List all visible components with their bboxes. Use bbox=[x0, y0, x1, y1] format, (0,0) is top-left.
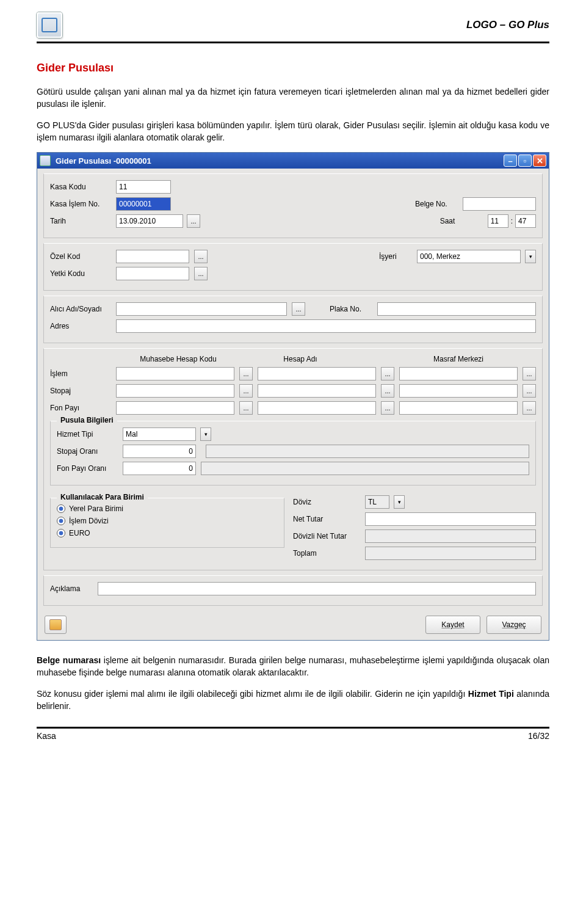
para3-bold: Belge numarası bbox=[37, 655, 101, 665]
input-fon-payi-orani[interactable] bbox=[123, 462, 196, 475]
footer-left: Kasa bbox=[37, 731, 56, 741]
logo-icon bbox=[37, 12, 62, 38]
islem-muh-lookup[interactable]: ... bbox=[239, 367, 253, 380]
input-alici[interactable] bbox=[116, 302, 287, 316]
save-button[interactable]: Kaydet bbox=[425, 616, 480, 634]
alici-lookup-button[interactable]: ... bbox=[292, 302, 305, 316]
ozel-kod-lookup-button[interactable]: ... bbox=[194, 250, 208, 263]
label-islem: İşlem bbox=[50, 369, 111, 378]
isyeri-dropdown-button[interactable]: ▾ bbox=[525, 250, 536, 263]
maximize-button[interactable]: ▫ bbox=[518, 155, 532, 167]
group-pusula-bilgileri: Pusula Bilgileri Hizmet Tipi ▾ Stopaj Or… bbox=[50, 421, 536, 486]
input-belge-no[interactable] bbox=[463, 197, 536, 211]
label-yetki-kodu: Yetki Kodu bbox=[50, 269, 111, 278]
stopaj-masraf-lookup[interactable]: ... bbox=[523, 384, 536, 398]
panel-codes: Özel Kod ... İşyeri ▾ Yetki Kodu ... bbox=[43, 243, 543, 291]
input-isyeri[interactable] bbox=[417, 250, 521, 263]
legend-currency: Kullanılacak Para Birimi bbox=[57, 493, 148, 501]
label-belge-no: Belge No. bbox=[415, 200, 458, 208]
close-button[interactable]: ✕ bbox=[533, 155, 546, 167]
radio-euro[interactable]: EURO bbox=[57, 529, 278, 537]
input-fonpayi-masraf[interactable] bbox=[399, 401, 518, 415]
para4-a: Söz konusu gider işlemi mal alımı ile il… bbox=[37, 689, 468, 699]
islem-masraf-lookup[interactable]: ... bbox=[523, 367, 536, 380]
legend-pusula: Pusula Bilgileri bbox=[57, 416, 117, 424]
input-tarih[interactable] bbox=[116, 214, 183, 228]
radio-icon bbox=[57, 504, 65, 513]
label-kasa-islem-no: Kasa İşlem No. bbox=[50, 200, 111, 208]
group-currency: Kullanılacak Para Birimi Yerel Para Biri… bbox=[50, 498, 284, 548]
label-adres: Adres bbox=[50, 322, 111, 330]
doviz-dropdown[interactable]: ▾ bbox=[394, 495, 405, 509]
paragraph-4: Söz konusu gider işlemi mal alımı ile il… bbox=[37, 688, 549, 713]
date-picker-button[interactable]: ... bbox=[187, 214, 200, 228]
input-kasa-kodu[interactable] bbox=[116, 180, 171, 194]
notes-button[interactable] bbox=[45, 616, 67, 634]
radio-yerel[interactable]: Yerel Para Birimi bbox=[57, 504, 278, 513]
minimize-button[interactable]: – bbox=[504, 155, 517, 167]
label-isyeri: İşyeri bbox=[379, 252, 412, 261]
col-masraf: Masraf Merkezi bbox=[361, 355, 483, 363]
input-hizmet-tipi[interactable] bbox=[123, 427, 196, 441]
stopaj-muh-lookup[interactable]: ... bbox=[239, 384, 253, 398]
input-stopaj-masraf[interactable] bbox=[399, 384, 518, 398]
notes-icon bbox=[49, 619, 62, 630]
time-colon: : bbox=[511, 217, 513, 225]
input-islem-masraf[interactable] bbox=[399, 367, 518, 380]
input-dovizli-net bbox=[365, 529, 536, 543]
radio-icon bbox=[57, 529, 65, 537]
label-tarih: Tarih bbox=[50, 217, 111, 225]
label-dovizli-net: Dövizli Net Tutar bbox=[293, 532, 360, 540]
islem-hesap-lookup[interactable]: ... bbox=[381, 367, 394, 380]
label-doviz: Döviz bbox=[293, 498, 360, 506]
window-app-icon bbox=[40, 155, 51, 166]
label-ozel-kod: Özel Kod bbox=[50, 252, 111, 261]
input-net-tutar[interactable] bbox=[365, 512, 536, 526]
footer-right: 16/32 bbox=[528, 731, 549, 741]
cancel-button[interactable]: Vazgeç bbox=[487, 616, 541, 634]
page: LOGO – GO Plus Gider Pusulası Götürü usu… bbox=[0, 0, 586, 753]
input-ozel-kod[interactable] bbox=[116, 250, 189, 263]
input-stopaj-orani[interactable] bbox=[123, 445, 196, 458]
input-saat-m[interactable] bbox=[515, 214, 536, 228]
input-islem-muh[interactable] bbox=[116, 367, 234, 380]
label-stopaj: Stopaj bbox=[50, 387, 111, 395]
section-heading: Gider Pusulası bbox=[37, 62, 549, 75]
input-plaka[interactable] bbox=[377, 302, 536, 316]
input-adres[interactable] bbox=[116, 319, 536, 333]
input-kasa-islem-no[interactable] bbox=[116, 197, 171, 211]
page-footer: Kasa 16/32 bbox=[37, 727, 549, 741]
button-bar: Kaydet Vazgeç bbox=[37, 611, 549, 640]
dialog-window: Gider Pusulası -00000001 – ▫ ✕ Kasa Kodu… bbox=[37, 152, 549, 641]
fonpayi-hesap-lookup[interactable]: ... bbox=[381, 401, 394, 415]
input-fonpayi-hesap[interactable] bbox=[258, 401, 376, 415]
fonpayi-muh-lookup[interactable]: ... bbox=[239, 401, 253, 415]
input-stopaj-hesap[interactable] bbox=[258, 384, 376, 398]
panel-header-info: Kasa Kodu Kasa İşlem No. Belge No. Tarih… bbox=[43, 173, 543, 238]
panel-aciklama: Açıklama bbox=[43, 575, 543, 606]
label-toplam: Toplam bbox=[293, 549, 360, 558]
input-saat-h[interactable] bbox=[488, 214, 508, 228]
radio-islem-dovizi-label: İşlem Dövizi bbox=[69, 517, 109, 525]
input-islem-hesap[interactable] bbox=[258, 367, 376, 380]
input-doviz bbox=[365, 495, 389, 509]
input-aciklama[interactable] bbox=[98, 582, 536, 595]
input-stopaj-muh[interactable] bbox=[116, 384, 234, 398]
label-fon-payi-orani: Fon Payı Oranı bbox=[57, 464, 118, 473]
yetki-kodu-lookup-button[interactable]: ... bbox=[194, 267, 208, 280]
radio-islem-dovizi[interactable]: İşlem Dövizi bbox=[57, 517, 278, 525]
titlebar[interactable]: Gider Pusulası -00000001 – ▫ ✕ bbox=[37, 153, 549, 169]
paragraph-2: GO PLUS'da Gider pusulası girişleri kasa… bbox=[37, 119, 549, 144]
label-alici: Alıcı Adı/Soyadı bbox=[50, 305, 111, 313]
stopaj-hesap-lookup[interactable]: ... bbox=[381, 384, 394, 398]
panel-accounts: Muhasebe Hesap Kodu Hesap Adı Masraf Mer… bbox=[43, 348, 543, 570]
page-header: LOGO – GO Plus bbox=[37, 12, 549, 43]
input-yetki-kodu[interactable] bbox=[116, 267, 189, 280]
panel-buyer: Alıcı Adı/Soyadı ... Plaka No. Adres bbox=[43, 296, 543, 343]
hizmet-tipi-dropdown[interactable]: ▾ bbox=[200, 427, 211, 441]
input-fonpayi-muh[interactable] bbox=[116, 401, 234, 415]
para3-rest: işleme ait belgenin numarasıdır. Burada … bbox=[37, 655, 549, 677]
radio-icon bbox=[57, 517, 65, 525]
fonpayi-masraf-lookup[interactable]: ... bbox=[523, 401, 536, 415]
paragraph-3: Belge numarası işleme ait belgenin numar… bbox=[37, 654, 549, 679]
